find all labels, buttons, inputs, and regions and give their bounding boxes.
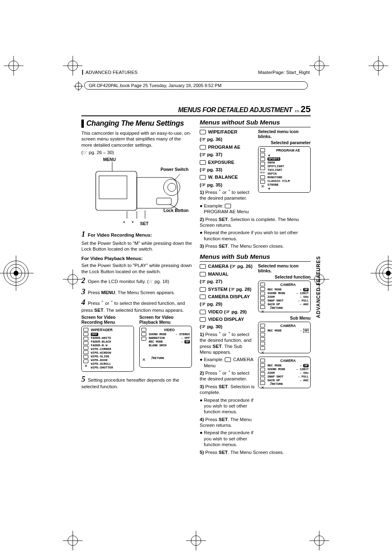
manual-page: ADVANCED FEATURES MasterPage: Start_Righ… bbox=[0, 0, 392, 555]
regmark-icon bbox=[307, 53, 332, 78]
menu-icon bbox=[200, 272, 206, 276]
menu-icon bbox=[200, 295, 206, 299]
camcorder-diagram: MENU Power Switch Lock Button SET ˄ ˅ bbox=[88, 157, 186, 227]
menu-title: VIDEO bbox=[149, 328, 190, 332]
regmark-icon bbox=[366, 53, 391, 78]
regmark-large-icon bbox=[0, 255, 22, 279]
playback-body: Set the Power Switch to "PLAY" while pre… bbox=[81, 263, 192, 274]
playback-header: For Video Playback Menus: bbox=[81, 256, 143, 261]
menu-sideicons: ✕ bbox=[260, 324, 266, 355]
content-area: ADVANCED FEATURES MENUS FOR DETAILED ADJ… bbox=[81, 104, 311, 457]
menu-icon bbox=[200, 160, 206, 165]
sub-step5: Press SET. The Menu Screen closes. bbox=[205, 450, 284, 455]
fig-caption: Selected parameter bbox=[258, 140, 311, 145]
menu-items-list: SPORTSSNOWSPOTLIGHTTWILIGHTSEPIAMONOTONE… bbox=[267, 157, 309, 187]
nosub-figure: Selected menu icon blinks. Selected para… bbox=[258, 129, 311, 193]
page-number: 25 bbox=[301, 104, 311, 115]
fig-caption: Sub Menu bbox=[258, 315, 311, 320]
section-title: MENUS FOR DETAILED ADJUSTMENT bbox=[178, 106, 292, 114]
fig-caption: Selected function bbox=[258, 274, 311, 279]
section-header: MENUS FOR DETAILED ADJUSTMENT EN 25 bbox=[81, 104, 311, 116]
menu-icon bbox=[200, 287, 206, 292]
svg-point-44 bbox=[164, 179, 180, 196]
heading-submenus: Menus with Sub Menus bbox=[200, 253, 311, 262]
heading-no-submenus: Menus without Sub Menus bbox=[200, 119, 311, 127]
svg-rect-43 bbox=[99, 176, 127, 199]
sub-step2: Press ˄ or ˅ to select the desired param… bbox=[200, 371, 249, 381]
step5: Setting procedure hereafter depends on t… bbox=[81, 378, 179, 389]
menu-sideicons: ✕ bbox=[83, 328, 89, 368]
left-column: Changing The Menu Settings This camcorde… bbox=[81, 119, 192, 457]
file-line-text: GR-DF420PAL.book Page 25 Tuesday, Januar… bbox=[89, 83, 221, 88]
diagram-label-power: Power Switch bbox=[161, 167, 189, 172]
menu-items-list: OFFFADER–WHITEFADER–BLACKFADER–B.WWIPE–C… bbox=[91, 333, 132, 370]
nosub-bullet: Repeat the procedure if you wish to set … bbox=[204, 230, 298, 241]
header-row: ADVANCED FEATURES MasterPage: Start_Righ… bbox=[82, 70, 310, 75]
menu-screen-recording: ✕ WIPE/FADER OFFFADER–WHITEFADER–BLACKFA… bbox=[81, 326, 134, 372]
program-ae-icon bbox=[225, 204, 231, 208]
menu-items-list: REC MODE– SP bbox=[267, 329, 309, 333]
step1-body: Set the Power Switch to "M" while pressi… bbox=[81, 240, 192, 252]
regmark-icon bbox=[60, 53, 85, 78]
diagram-label-menu: MENU bbox=[103, 157, 116, 162]
section-lang: EN bbox=[295, 109, 299, 113]
svg-line-48 bbox=[174, 174, 180, 181]
menu-screen-camera-f: ✕ CAMERA REC MODE– SPSOUND MODE– 12BITZO… bbox=[258, 357, 311, 388]
menu-screen-program-ae: B/W✕ PROGRAM AE ▲ SPORTSSNOWSPOTLIGHTTWI… bbox=[258, 146, 311, 193]
svg-rect-46 bbox=[157, 198, 171, 205]
intro-p1: This camcorder is equipped with an easy-… bbox=[81, 130, 192, 148]
menu-icon bbox=[200, 130, 206, 134]
sub-bullet1: Repeat the procedure if you wish to set … bbox=[204, 398, 253, 415]
regmark-icon bbox=[1, 53, 26, 78]
diagram-label-lock: Lock Button bbox=[164, 208, 189, 213]
file-line: GR-DF420PAL.book Page 25 Tuesday, Januar… bbox=[84, 81, 308, 90]
menu-screen-playback: ✕ VIDEO SOUND MODE– STEREONARRATION– OFF… bbox=[139, 326, 192, 368]
header-left: ADVANCED FEATURES bbox=[82, 70, 138, 75]
nosub-text: WIPE/FADER(☞ pg. 36) PROGRAM AE(☞ pg. 37… bbox=[200, 129, 255, 216]
sub-bullet2: Repeat the procedure if you wish to set … bbox=[204, 430, 253, 447]
menu-title: WIPE/FADER bbox=[91, 328, 132, 332]
right-column: Menus without Sub Menus WIPE/FADER(☞ pg.… bbox=[200, 119, 311, 457]
nosub-step1: Press ˄ or ˅ to select the desired param… bbox=[200, 190, 249, 200]
svg-rect-42 bbox=[96, 171, 137, 210]
intro-p2: (☞ pg. 26 – 30) bbox=[81, 150, 192, 155]
menu-title: PROGRAM AE bbox=[267, 148, 309, 152]
menu-screen-camera-e: ✕ CAMERA REC MODE– SP bbox=[258, 322, 311, 353]
menu-screen-camera-d: ✕ CAMERA REC MODE– SPSOUND MODE– 12BITZO… bbox=[258, 281, 311, 312]
header-right: MasterPage: Start_Right bbox=[258, 70, 310, 75]
sub-step3: Press SET. Selection is complete. bbox=[200, 384, 255, 395]
step4: Press ˄ or ˅ to select the desired funct… bbox=[81, 301, 185, 313]
sub-step1: Press ˄ or ˅ to select the desired funct… bbox=[200, 332, 251, 355]
steps-block: 1 For Video Recording Menus: Set the Pow… bbox=[81, 229, 192, 313]
menu-icon bbox=[200, 317, 206, 322]
side-tab: ADVANCED FEATURES bbox=[316, 256, 321, 318]
sub-figure: Selected menu icon blinks. Selected func… bbox=[258, 263, 311, 388]
step1-header: For Video Recording Menus: bbox=[88, 233, 152, 237]
menu-sideicons: ✕ bbox=[260, 359, 266, 389]
sub-text: CAMERA (☞ pg. 26) MANUAL(☞ pg. 27) SYSTE… bbox=[200, 263, 255, 449]
camera-icon bbox=[225, 357, 231, 362]
fig-caption: Selected menu icon blinks. bbox=[258, 129, 311, 139]
menu-icon bbox=[200, 264, 206, 269]
nosub-step3: Press SET. The Menu Screen closes. bbox=[205, 244, 284, 249]
menu-sideicons: ✕ bbox=[141, 328, 147, 362]
menu-items-list: REC MODE– SPSOUND MODE– 12BITZOOM– 60xSN… bbox=[267, 364, 309, 382]
menu-title: CAMERA bbox=[267, 324, 309, 328]
screen-right-caption: Screen for Video Playback Menu bbox=[139, 315, 192, 325]
regmark-icon bbox=[73, 81, 84, 92]
menu-sideicons: B/W✕ bbox=[260, 148, 266, 188]
sub-step4: Press SET. The Menu Screen returns. bbox=[200, 417, 251, 428]
screen-left-caption: Screen for Video Recording Menu bbox=[81, 315, 134, 325]
menu-items-list: REC MODE– SPSOUND MODE– 12BITZOOM– 60xSN… bbox=[267, 288, 309, 306]
diagram-label-set: SET bbox=[140, 221, 148, 226]
svg-point-45 bbox=[168, 183, 176, 191]
nosub-step2: Press SET. Selection is complete. The Me… bbox=[200, 217, 299, 228]
fig-caption: Selected menu icon blinks. bbox=[258, 263, 311, 273]
regmark-icon bbox=[184, 528, 208, 553]
regmark-large-icon bbox=[370, 255, 392, 279]
menu-icon bbox=[200, 145, 206, 150]
menu-title: CAMERA bbox=[267, 359, 309, 363]
menu-screens-row: Screen for Video Recording Menu ✕ WIPE/F… bbox=[81, 315, 192, 372]
menu-icon bbox=[200, 175, 206, 180]
menu-sideicons: ✕ bbox=[260, 283, 266, 313]
